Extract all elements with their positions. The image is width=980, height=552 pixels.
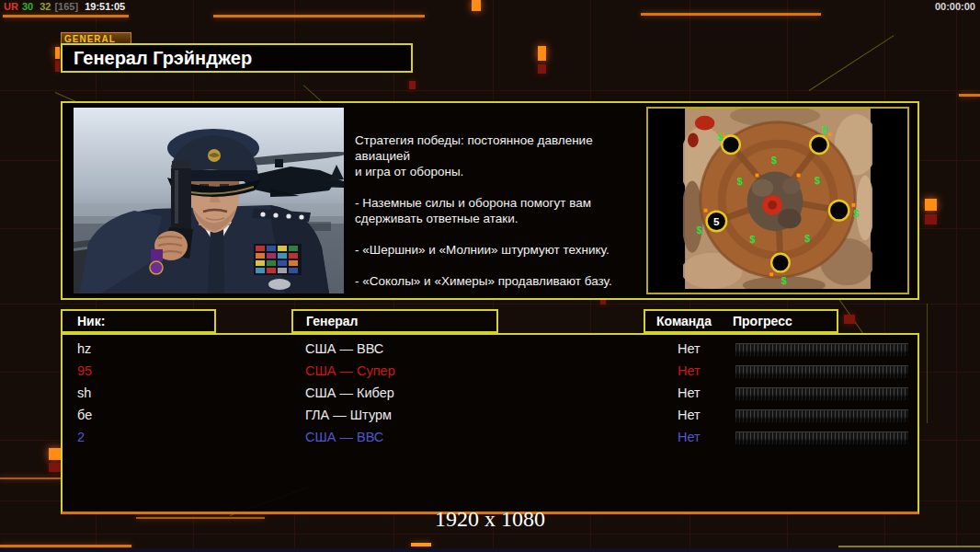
svg-text:$: $ [804, 233, 810, 244]
column-header-team: Команда [656, 311, 712, 331]
svg-text:$: $ [853, 208, 859, 219]
player-nick: 95 [77, 363, 92, 378]
player-row: 95 США — Супер Нет [63, 361, 917, 383]
svg-text:$: $ [781, 275, 787, 286]
circuit-decor [0, 545, 131, 547]
briefing-paragraph: - «Соколы» и «Химеры» продавливают базу. [355, 273, 645, 289]
player-team: Нет [678, 341, 701, 356]
circuit-decor [956, 0, 957, 552]
column-header-nick: Ник: [61, 309, 216, 333]
circuit-decor [213, 15, 425, 17]
progress-bar [735, 409, 908, 422]
briefing-paragraph: Стратегия победы: постоянное давление ав… [355, 132, 645, 179]
player-team: Нет [678, 385, 701, 400]
briefing-panel: Стратегия победы: постоянное давление ав… [61, 101, 919, 300]
svg-text:$: $ [822, 124, 827, 135]
page-title: Генерал Грэйнджер [61, 43, 413, 73]
column-header-progress: Прогресс [733, 311, 792, 331]
briefing-paragraph: - «Шершни» и «Молнии» штурмуют технику. [355, 242, 645, 258]
player-nick: бе [77, 408, 92, 422]
stat-time: 19:51:05 [85, 1, 125, 12]
player-nick: 2 [77, 430, 85, 444]
player-general: США — Супер [305, 363, 395, 378]
circuit-decor [49, 463, 61, 472]
svg-text:$: $ [771, 155, 777, 166]
player-row: 2 США — ВВС Нет [63, 427, 917, 449]
circuit-decor [409, 81, 416, 89]
circuit-decor [538, 46, 546, 61]
stat-ping: 32 [40, 1, 51, 12]
ribbon-rack [254, 244, 302, 275]
svg-text:$: $ [750, 234, 756, 245]
circuit-decor [0, 534, 980, 535]
circuit-decor [3, 15, 129, 17]
map-art: 5 $$ $$ $$ $$ $$ [683, 109, 872, 289]
svg-text:$: $ [717, 132, 723, 143]
player-general: ГЛА — Штурм [305, 408, 392, 422]
general-portrait-art [74, 108, 344, 293]
player-general: США — ВВС [305, 341, 383, 356]
stat-count: [165] [54, 1, 78, 12]
circuit-decor [49, 448, 61, 460]
circuit-decor [844, 315, 855, 324]
map-preview: 5 $$ $$ $$ $$ $$ [646, 107, 909, 294]
svg-text:$: $ [697, 224, 702, 236]
resolution-label: 1920 x 1080 [0, 507, 980, 532]
debug-stats: UR30 32[165] 19:51:05 [4, 1, 129, 12]
circuit-decor [55, 61, 60, 72]
circuit-decor [838, 546, 980, 547]
player-nick: hz [77, 341, 91, 356]
player-team: Нет [678, 363, 701, 378]
player-nick: sh [77, 385, 91, 400]
progress-bar [735, 387, 908, 400]
progress-bar [735, 365, 908, 378]
svg-text:$: $ [815, 175, 820, 186]
column-header-general: Генерал [291, 309, 498, 333]
stat-fps: 30 [22, 1, 33, 12]
circuit-decor [925, 214, 937, 224]
player-general: США — ВВС [305, 430, 383, 444]
circuit-decor [809, 35, 895, 91]
player-row: бе ГЛА — Штурм Нет [63, 405, 917, 427]
circuit-decor [411, 543, 431, 546]
progress-bar [735, 343, 908, 356]
circuit-decor [0, 90, 980, 91]
briefing-paragraph: - Наземные силы и оборона помогут вам сд… [355, 195, 645, 226]
circuit-decor [925, 199, 937, 211]
player-team: Нет [678, 430, 701, 444]
svg-text:$: $ [737, 176, 743, 187]
general-portrait [74, 108, 344, 293]
match-timer: 00:00:00 [935, 1, 975, 12]
player-table: hz США — ВВС Нет 95 США — Супер Нет sh С… [61, 333, 919, 514]
stat-ur: UR [4, 1, 18, 12]
circuit-decor [538, 64, 546, 74]
circuit-decor [641, 13, 821, 16]
circuit-decor [927, 304, 928, 423]
column-header-team-progress: Команда Прогресс [644, 309, 838, 333]
loading-screen: UR30 32[165] 19:51:05 00:00:00 GENERAL Г… [0, 0, 980, 552]
player-general: США — Кибер [305, 385, 394, 400]
player-row: hz США — ВВС Нет [63, 339, 917, 361]
circuit-decor [959, 94, 980, 97]
bottom-strip [0, 548, 980, 552]
start-position-number: 5 [713, 215, 720, 227]
circuit-decor [0, 477, 63, 479]
player-team: Нет [678, 408, 701, 422]
circuit-decor [472, 0, 481, 11]
strategy-briefing: Стратегия победы: постоянное давление ав… [355, 132, 645, 305]
progress-bar [735, 431, 908, 444]
player-row: sh США — Кибер Нет [63, 383, 917, 405]
circuit-decor [55, 47, 60, 59]
